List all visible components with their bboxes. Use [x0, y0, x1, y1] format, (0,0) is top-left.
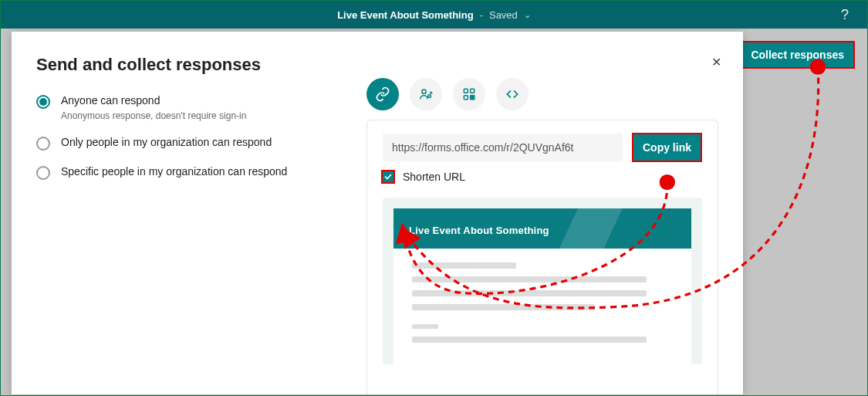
shorten-url-checkbox[interactable]: [381, 170, 395, 184]
check-icon: [383, 172, 393, 181]
shorten-url-label: Shorten URL: [403, 171, 465, 183]
preview-title: Live Event About Something: [409, 225, 549, 236]
copy-link-button[interactable]: Copy link: [632, 133, 702, 162]
svg-point-1: [428, 95, 431, 98]
skeleton-line: [412, 324, 438, 329]
tab-qr[interactable]: [453, 78, 485, 110]
form-title[interactable]: Live Event About Something: [337, 9, 473, 21]
chevron-down-icon[interactable]: ⌄: [524, 10, 531, 20]
tab-embed[interactable]: [496, 78, 529, 110]
tab-link[interactable]: [366, 78, 399, 110]
option-label: Only people in my organization can respo…: [61, 135, 272, 151]
link-icon: [375, 86, 390, 102]
preview-banner: Live Event About Something: [393, 208, 691, 252]
svg-point-0: [422, 90, 426, 93]
skeleton-line: [412, 262, 516, 269]
svg-rect-8: [473, 96, 475, 97]
send-responses-dialog: Send and collect responses ✕ Anyone can …: [12, 32, 743, 394]
option-org-only[interactable]: Only people in my organization can respo…: [36, 135, 329, 151]
share-url-field[interactable]: https://forms.office.com/r/2QUVgnAf6t: [383, 134, 623, 161]
option-label: Specific people in my organization can r…: [61, 164, 287, 180]
close-icon[interactable]: ✕: [711, 55, 721, 69]
skeleton-line: [412, 276, 647, 283]
share-method-tabs: [366, 78, 718, 110]
collect-responses-button[interactable]: Collect responses: [740, 41, 855, 69]
skeleton-line: [412, 337, 647, 343]
skeleton-line: [412, 290, 647, 296]
tab-invite[interactable]: [410, 78, 442, 110]
option-anyone[interactable]: Anyone can respond Anonymous response, d…: [36, 93, 329, 121]
saved-status: Saved: [489, 9, 518, 21]
option-specific-people[interactable]: Specific people in my organization can r…: [36, 164, 329, 180]
app-header: Live Event About Something - Saved ⌄ ?: [1, 1, 867, 29]
code-icon: [505, 86, 520, 102]
svg-rect-3: [471, 89, 475, 93]
option-label: Anyone can respond: [61, 93, 246, 109]
svg-rect-2: [464, 89, 468, 93]
svg-rect-7: [471, 98, 472, 100]
dialog-title: Send and collect responses: [36, 55, 718, 75]
radio-unselected-icon: [36, 137, 50, 151]
option-sublabel: Anonymous response, doesn't require sign…: [61, 110, 246, 121]
svg-rect-5: [471, 96, 472, 97]
radio-selected-icon: [36, 95, 50, 109]
audience-options: Anyone can respond Anonymous response, d…: [36, 78, 329, 394]
svg-rect-6: [473, 98, 475, 100]
skeleton-line: [412, 304, 595, 310]
help-icon[interactable]: ?: [841, 7, 849, 23]
qr-icon: [461, 86, 477, 102]
form-preview: Live Event About Something: [383, 198, 702, 364]
preview-body: [393, 249, 691, 364]
share-link-panel: https://forms.office.com/r/2QUVgnAf6t Co…: [366, 120, 718, 394]
people-icon: [418, 86, 434, 102]
svg-rect-4: [464, 96, 468, 100]
radio-unselected-icon: [36, 166, 50, 180]
